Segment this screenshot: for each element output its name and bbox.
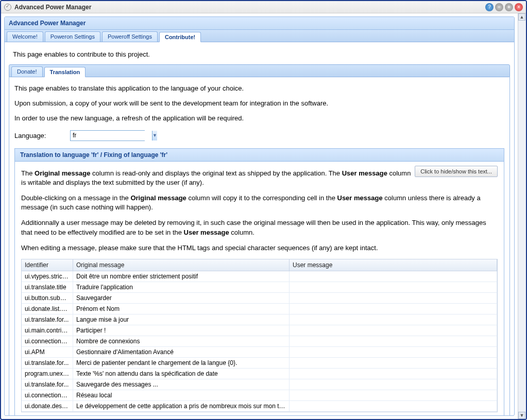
cell-original-message[interactable]: Participer ! [73,325,290,336]
table-row: ui.translate.for...Langue mise à jour [22,314,497,325]
table-row: ui.button.submi...Sauvegarder [22,293,497,304]
cell-original-message[interactable]: Merci de patienter pendant le chargement… [73,358,290,368]
help-p2: Double-clicking on a message in the Orig… [21,194,498,212]
close-icon[interactable]: × [515,3,523,11]
window-title: Advanced Power Manager [14,4,485,11]
tab-translation[interactable]: Translation [44,67,86,77]
tab-welcome[interactable]: Welcome! [7,31,43,42]
cell-original-message[interactable]: Sauvegarder [73,293,290,303]
cell-identifier: ui.translate.for... [22,379,73,390]
sub-panel: This page enables to translate this appl… [9,77,510,415]
cell-original-message[interactable]: Nombre de connexions [73,336,290,346]
tab-poweroff-settings[interactable]: Poweroff Settings [102,31,158,42]
col-original-message[interactable]: Original message [73,259,290,271]
scroll-up-icon[interactable]: ▲ [518,13,525,21]
table-row: ui.main.contrib...Participer ! [22,325,497,336]
cell-identifier: ui.main.contrib... [22,325,73,336]
maximize-icon[interactable]: + [505,3,513,11]
cell-identifier: ui.translate.title [22,282,73,292]
cell-original-message[interactable]: Texte '%s' non attendu dans la spécifica… [73,369,290,379]
table-row: ui.donate.descr...Le développement de ce… [22,401,497,412]
cell-identifier: ui.translate.for... [22,314,73,325]
cell-original-message[interactable]: Le développement de cette application a … [73,401,290,411]
table-row: ui.connections.l...Réseau local [22,390,497,401]
main-tabbar: Welcome! Poweron Settings Poweroff Setti… [5,30,514,42]
toggle-text-button[interactable]: Click to hide/show this text... [415,166,498,177]
page-intro: This page enables to contribute to this … [9,48,510,64]
cell-original-message[interactable]: Prénom et Nom [73,304,290,314]
cell-user-message[interactable] [290,282,497,292]
grid-header: Identifier Original message User message [22,259,497,271]
help-icon[interactable]: ? [485,3,494,11]
table-row: ui.donate.list.na...Prénom et Nom [22,304,497,314]
cell-original-message[interactable]: Langue mise à jour [73,314,290,325]
help-p3: Additionnally a user message may be dele… [21,218,498,237]
vertical-scrollbar[interactable]: ▲ ▼ [518,13,526,419]
cell-user-message[interactable] [290,379,497,390]
main-panel: Advanced Power Manager Welcome! Poweron … [4,16,515,416]
cell-identifier: program.unexp... [22,369,73,379]
tab-donate[interactable]: Donate! [11,66,43,77]
table-row: ui.translate.titleTraduire l'application [22,282,497,293]
language-combo[interactable]: ▼ [70,130,145,141]
minimize-icon[interactable]: − [495,3,503,11]
translate-description: This page enables to translate this appl… [14,84,504,123]
table-row: ui.translate.for...Sauvegarde des messag… [22,379,497,390]
desc-p1: This page enables to translate this appl… [14,84,504,93]
language-row: Language: ▼ [14,130,504,141]
cell-user-message[interactable] [290,390,497,400]
translation-section-body: Click to hide/show this text... The Orig… [14,162,504,415]
chevron-down-icon[interactable]: ▼ [152,131,157,141]
table-row: ui.connections....Nombre de connexions [22,336,497,347]
cell-original-message[interactable]: Traduire l'application [73,282,290,292]
cell-identifier: ui.connections.... [22,336,73,346]
desc-p2: Upon submission, a copy of your work wil… [14,99,504,108]
desc-p3: In order to use the new language, a refr… [14,114,504,123]
sub-tabbar: Donate! Translation [9,64,510,77]
table-row: ui.vtypes.strictI...Doit être un nombre … [22,271,497,282]
table-row: ui.APMGestionnaire d'Alimentation Avancé [22,347,497,358]
cell-original-message[interactable]: Réseau local [73,390,290,400]
content-wrap: Advanced Power Manager Welcome! Poweron … [1,13,526,419]
sub-body: This page enables to translate this appl… [9,77,509,415]
cell-user-message[interactable] [290,325,497,336]
language-input[interactable] [71,131,152,141]
col-user-message[interactable]: User message [290,259,497,271]
main-content: Advanced Power Manager Welcome! Poweron … [1,13,518,419]
cell-identifier: ui.button.submi... [22,293,73,303]
cell-original-message[interactable]: Sauvegarde des messages ... [73,379,290,390]
titlebar: Advanced Power Manager ? − + × [1,1,526,13]
cell-user-message[interactable] [290,271,497,282]
app-window: Advanced Power Manager ? − + × Advanced … [0,0,527,420]
cell-user-message[interactable] [290,336,497,346]
cell-user-message[interactable] [290,304,497,314]
cell-user-message[interactable] [290,369,497,379]
translation-grid: Identifier Original message User message… [21,259,498,412]
cell-identifier: ui.vtypes.strictI... [22,271,73,282]
tab-body: This page enables to contribute to this … [5,42,514,415]
cell-original-message[interactable]: Doit être un nombre entier strictement p… [73,271,290,282]
cell-identifier: ui.APM [22,347,73,357]
cell-user-message[interactable] [290,314,497,325]
cell-identifier: ui.donate.list.na... [22,304,73,314]
help-text: The Original message column is read-only… [21,169,498,253]
table-row: ui.translate.for...Merci de patienter pe… [22,358,497,369]
cell-user-message[interactable] [290,358,497,368]
cell-original-message[interactable]: Gestionnaire d'Alimentation Avancé [73,347,290,357]
translation-section-header: Translation to language 'fr' / Fixing of… [14,148,504,162]
cell-user-message[interactable] [290,293,497,303]
scroll-down-icon[interactable]: ▼ [518,412,525,419]
cell-identifier: ui.donate.descr... [22,401,73,411]
cell-identifier: ui.translate.for... [22,358,73,368]
help-p4: When editing a message, please make sure… [21,243,498,253]
language-label: Language: [14,132,66,139]
grid-body: ui.vtypes.strictI...Doit être un nombre … [22,271,497,412]
window-buttons: ? − + × [485,3,523,11]
app-icon [4,4,11,11]
col-identifier[interactable]: Identifier [22,259,73,271]
cell-user-message[interactable] [290,401,497,411]
cell-user-message[interactable] [290,347,497,357]
tab-contribute[interactable]: Contribute! [159,32,201,42]
cell-identifier: ui.connections.l... [22,390,73,400]
tab-poweron-settings[interactable]: Poweron Settings [45,31,100,42]
